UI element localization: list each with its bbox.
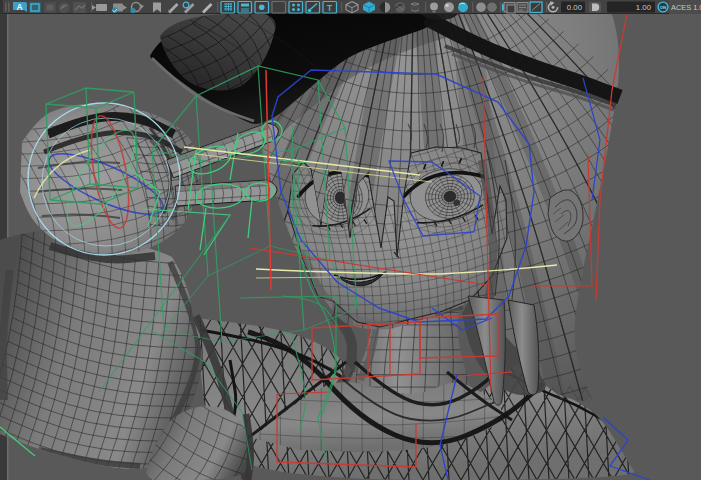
svg-text:0.00: 0.00	[567, 3, 583, 12]
svg-text:ON: ON	[660, 5, 667, 10]
svg-text:A: A	[16, 2, 22, 12]
svg-text:ACES 1.0 SDI: ACES 1.0 SDI	[671, 3, 701, 12]
svg-text:T: T	[327, 3, 333, 13]
svg-text:1.00: 1.00	[636, 3, 652, 12]
